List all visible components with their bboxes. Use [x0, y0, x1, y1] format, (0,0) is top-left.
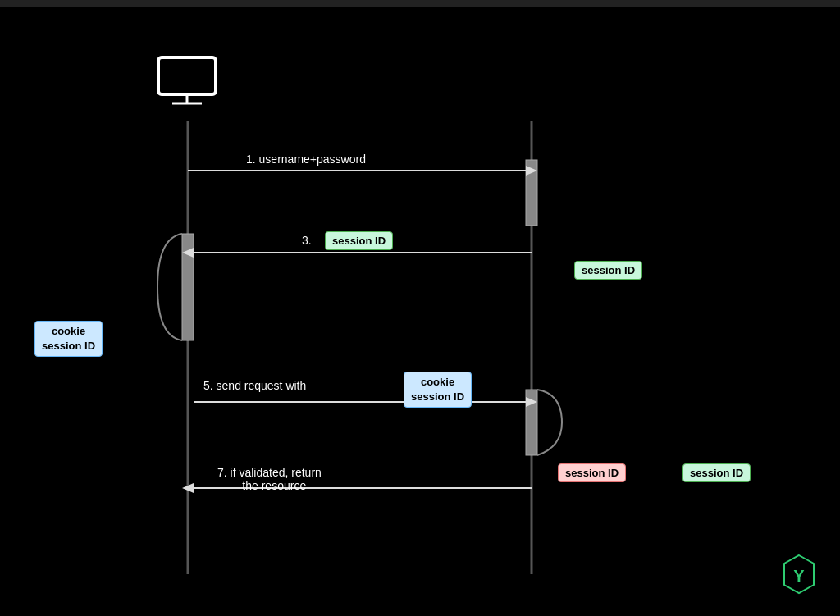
monitor-icon [154, 56, 220, 113]
svg-rect-2 [182, 234, 194, 340]
cookie-session-id-left-badge: cookiesession ID [34, 321, 103, 357]
svg-marker-12 [182, 483, 194, 493]
msg5-label: 5. send request with [203, 379, 306, 392]
watermark-logo: Y [783, 554, 815, 600]
msg1-label: 1. username+password [246, 153, 366, 166]
session-id-badge-msg3: session ID [325, 231, 393, 250]
svg-marker-8 [182, 248, 194, 258]
msg3-label: 3. [302, 234, 312, 247]
msg7-label: 7. if validated, return the resource [217, 466, 322, 492]
svg-rect-4 [526, 390, 537, 455]
session-id-server-top-badge: session ID [574, 261, 642, 280]
session-id-server-green-badge: session ID [682, 463, 751, 482]
svg-marker-6 [526, 166, 537, 176]
svg-marker-10 [526, 397, 537, 407]
svg-rect-3 [526, 160, 537, 226]
session-id-server-red-badge: session ID [558, 463, 626, 482]
cookie-session-id-badge-msg5: cookiesession ID [404, 372, 472, 408]
top-bar [0, 0, 840, 7]
svg-rect-13 [158, 57, 216, 94]
svg-text:Y: Y [793, 567, 805, 585]
svg-overlay [0, 0, 840, 616]
diagram-container: 1. username+password 3. session ID 5. se… [0, 0, 840, 616]
